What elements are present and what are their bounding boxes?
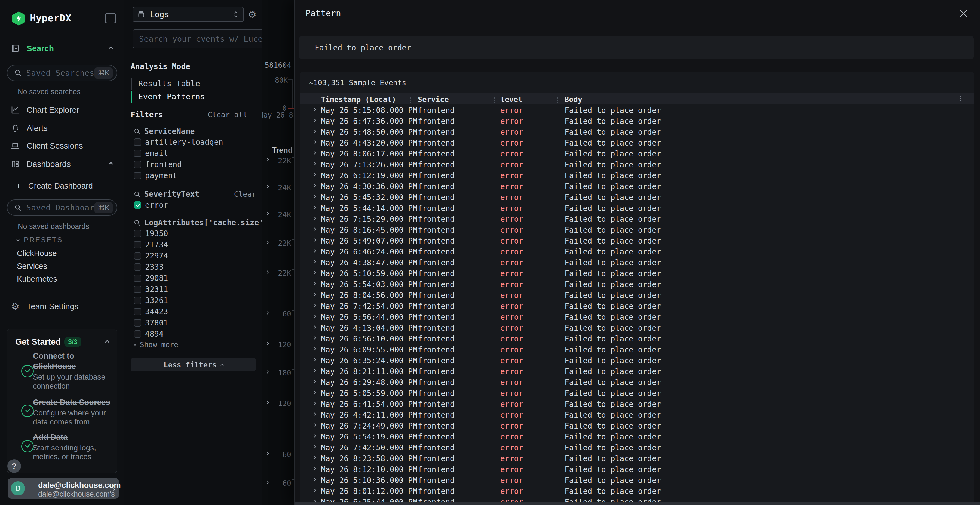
checkbox[interactable] <box>134 286 141 293</box>
collapse-sidebar-icon[interactable] <box>105 13 116 24</box>
expand-row-icon[interactable] <box>313 119 316 122</box>
expand-row-icon[interactable] <box>313 184 316 187</box>
table-row[interactable]: May 26 6:47:36.000 PMfrontenderrorFailed… <box>300 115 974 126</box>
col-service[interactable]: Service <box>418 95 449 104</box>
table-row[interactable]: May 26 8:16:45.000 PMfrontenderrorFailed… <box>300 224 974 235</box>
table-row[interactable]: May 26 7:42:50.000 PMfrontenderrorFailed… <box>300 442 974 453</box>
expand-row-icon[interactable] <box>313 293 316 296</box>
col-timestamp[interactable]: Timestamp (Local) <box>321 95 396 104</box>
clear-severity-button[interactable]: Clear <box>234 190 256 199</box>
table-row[interactable]: May 26 6:29:48.000 PMfrontenderrorFailed… <box>300 376 974 387</box>
source-select[interactable]: Logs <box>132 7 244 22</box>
filter-option-payment[interactable]: payment <box>134 170 177 181</box>
sidebar-item-search[interactable]: Search <box>0 41 124 56</box>
search-icon[interactable] <box>134 128 140 135</box>
create-dashboard-button[interactable]: + Create Dashboard <box>0 178 124 194</box>
clear-all-filters-button[interactable]: Clear all <box>208 110 247 119</box>
expand-row-icon[interactable] <box>313 347 316 350</box>
checkbox[interactable] <box>134 297 141 304</box>
less-filters-button[interactable]: Less filters <box>130 358 256 371</box>
expand-row-icon[interactable] <box>313 326 316 329</box>
column-resize-handle[interactable] <box>410 95 411 103</box>
expand-pattern-icon[interactable] <box>266 212 269 215</box>
expand-row-icon[interactable] <box>313 413 316 416</box>
table-row[interactable]: May 26 8:23:58.000 PMfrontenderrorFailed… <box>300 453 974 464</box>
column-resize-handle[interactable] <box>557 95 558 103</box>
gs-item-title[interactable]: Add Data <box>33 432 115 442</box>
table-row[interactable]: May 26 5:45:32.000 PMfrontenderrorFailed… <box>300 192 974 202</box>
sidebar-item-team-settings[interactable]: ⚙ Team Settings <box>0 299 124 314</box>
checkbox[interactable] <box>134 264 141 271</box>
expand-row-icon[interactable] <box>313 249 316 252</box>
expand-row-icon[interactable] <box>313 162 316 165</box>
checkbox[interactable] <box>134 319 141 327</box>
expand-pattern-icon[interactable] <box>266 311 269 314</box>
filter-option-29081[interactable]: 29081 <box>134 273 168 284</box>
table-row[interactable]: May 26 8:01:12.000 PMfrontenderrorFailed… <box>300 485 974 496</box>
expand-pattern-icon[interactable] <box>266 158 269 161</box>
expand-pattern-icon[interactable] <box>266 370 269 373</box>
table-row[interactable]: May 26 7:42:54.000 PMfrontenderrorFailed… <box>300 300 974 311</box>
table-row[interactable]: May 26 5:44:14.000 PMfrontenderrorFailed… <box>300 202 974 213</box>
table-row[interactable]: May 26 7:24:49.000 PMfrontenderrorFailed… <box>300 420 974 431</box>
table-row[interactable]: May 26 7:13:26.000 PMfrontenderrorFailed… <box>300 159 974 170</box>
expand-row-icon[interactable] <box>313 108 316 111</box>
expand-pattern-icon[interactable] <box>266 452 269 455</box>
filter-option-32311[interactable]: 32311 <box>134 284 168 295</box>
table-row[interactable]: May 26 4:43:20.000 PMfrontenderrorFailed… <box>300 137 974 148</box>
expand-row-icon[interactable] <box>313 173 316 176</box>
filter-option-33261[interactable]: 33261 <box>134 295 168 306</box>
expand-pattern-icon[interactable] <box>266 270 269 273</box>
expand-row-icon[interactable] <box>313 271 316 274</box>
table-row[interactable]: May 26 6:12:19.000 PMfrontenderrorFailed… <box>300 170 974 181</box>
filter-option-email[interactable]: email <box>134 148 168 159</box>
sidebar-item-dashboards[interactable]: Dashboards <box>0 156 124 172</box>
gs-item-title[interactable]: Connect to ClickHouse <box>33 351 115 372</box>
expand-pattern-icon[interactable] <box>266 342 269 345</box>
filter-option-artillery-loadgen[interactable]: artillery-loadgen <box>134 137 223 148</box>
filter-option-37801[interactable]: 37801 <box>134 317 168 328</box>
checkbox[interactable] <box>134 172 141 179</box>
checkbox[interactable] <box>134 241 141 248</box>
expand-row-icon[interactable] <box>313 260 316 263</box>
preset-kubernetes[interactable]: Kubernetes <box>17 275 57 284</box>
table-row[interactable]: May 26 8:04:56.000 PMfrontenderrorFailed… <box>300 289 974 300</box>
checkbox[interactable] <box>134 330 141 338</box>
expand-pattern-icon[interactable] <box>266 241 269 243</box>
table-row[interactable]: May 26 6:35:24.000 PMfrontenderrorFailed… <box>300 355 974 366</box>
filter-option-2333[interactable]: 2333 <box>134 262 163 272</box>
table-row[interactable]: May 26 8:21:11.000 PMfrontenderrorFailed… <box>300 366 974 376</box>
table-row[interactable]: May 26 4:13:04.000 PMfrontenderrorFailed… <box>300 322 974 333</box>
table-row[interactable]: May 26 5:56:44.000 PMfrontenderrorFailed… <box>300 311 974 322</box>
checkbox[interactable] <box>134 138 141 146</box>
search-icon[interactable] <box>134 191 140 197</box>
mode-results-table[interactable]: Results Table <box>130 77 200 90</box>
show-more-button[interactable]: Show more <box>134 341 178 349</box>
filter-option-22974[interactable]: 22974 <box>134 250 168 261</box>
expand-row-icon[interactable] <box>313 380 316 383</box>
checkbox[interactable] <box>134 201 141 209</box>
expand-row-icon[interactable] <box>313 151 316 154</box>
expand-row-icon[interactable] <box>313 391 316 394</box>
table-row[interactable]: May 26 5:10:36.000 PMfrontenderrorFailed… <box>300 475 974 485</box>
expand-row-icon[interactable] <box>313 456 316 459</box>
checkbox[interactable] <box>134 161 141 168</box>
gs-item-title[interactable]: Create Data Sources <box>33 397 115 407</box>
table-row[interactable]: May 26 5:05:59.000 PMfrontenderrorFailed… <box>300 387 974 399</box>
preset-clickhouse[interactable]: ClickHouse <box>17 249 57 258</box>
table-row[interactable]: May 26 5:48:50.000 PMfrontenderrorFailed… <box>300 126 974 137</box>
expand-row-icon[interactable] <box>313 423 316 426</box>
expand-row-icon[interactable] <box>313 217 316 219</box>
search-icon[interactable] <box>134 219 140 226</box>
table-row[interactable]: May 26 6:56:10.000 PMfrontenderrorFailed… <box>300 333 974 344</box>
table-row[interactable]: May 26 7:15:29.000 PMfrontenderrorFailed… <box>300 213 974 224</box>
checkbox[interactable] <box>134 150 141 157</box>
expand-row-icon[interactable] <box>313 130 316 132</box>
expand-row-icon[interactable] <box>313 304 316 306</box>
table-row[interactable]: May 26 8:06:17.000 PMfrontenderrorFailed… <box>300 148 974 159</box>
mode-event-patterns[interactable]: Event Patterns <box>130 90 205 103</box>
expand-row-icon[interactable] <box>313 489 316 492</box>
col-body[interactable]: Body <box>565 95 582 104</box>
user-menu[interactable]: D dale@clickhouse.com dale@clickhouse.co… <box>8 478 119 499</box>
expand-row-icon[interactable] <box>313 206 316 209</box>
